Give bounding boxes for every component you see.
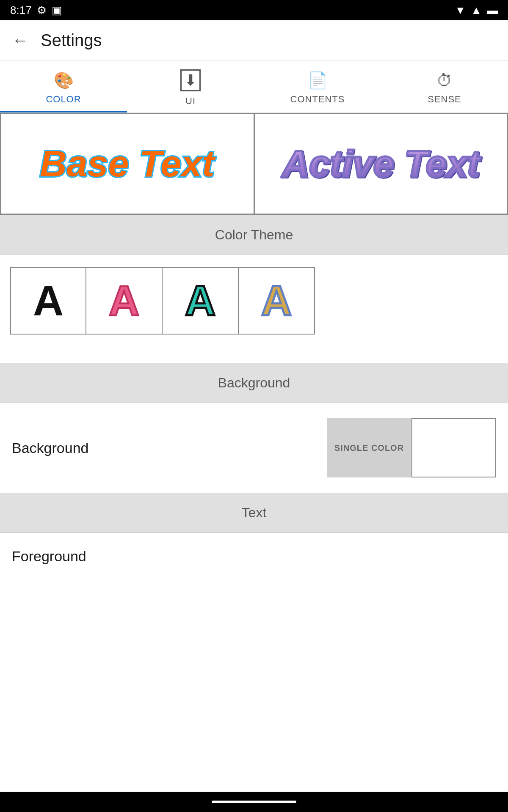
theme-option-pink[interactable]: A xyxy=(86,267,163,335)
contents-tab-icon: 📄 xyxy=(308,71,328,90)
app-bar: ← Settings xyxy=(0,20,508,61)
single-color-option[interactable]: SINGLE COLOR xyxy=(327,418,411,477)
ui-tab-label: UI xyxy=(185,96,196,107)
theme-option-teal[interactable]: A xyxy=(163,267,239,335)
preview-row: Base Text Active Text xyxy=(0,113,508,215)
color-theme-options: A A A A xyxy=(0,255,508,346)
tab-contents[interactable]: 📄 CONTENTS xyxy=(254,61,381,112)
background-row-label: Background xyxy=(12,440,88,456)
tab-ui[interactable]: ⬇ UI xyxy=(127,61,254,112)
foreground-row: Foreground xyxy=(0,533,508,580)
theme-option-plain[interactable]: A xyxy=(10,267,86,335)
color-tab-label: COLOR xyxy=(46,94,81,105)
sense-tab-icon: ⏱ xyxy=(436,71,453,90)
theme-plain-letter: A xyxy=(33,277,64,325)
foreground-label: Foreground xyxy=(12,548,86,565)
background-section-header: Background xyxy=(0,363,508,403)
color-tab-icon: 🎨 xyxy=(54,71,74,90)
tabs-container: 🎨 COLOR ⬇ UI 📄 CONTENTS ⏱ SENSE xyxy=(0,61,508,113)
base-text-preview[interactable]: Base Text xyxy=(0,113,254,214)
active-text-label: Active Text xyxy=(282,142,480,185)
page-title: Settings xyxy=(41,31,102,50)
white-color-option[interactable] xyxy=(411,418,496,477)
color-theme-section-header: Color Theme xyxy=(0,215,508,255)
tab-sense[interactable]: ⏱ SENSE xyxy=(381,61,508,112)
text-section-header: Text xyxy=(0,493,508,532)
theme-option-gold[interactable]: A xyxy=(239,267,315,335)
home-indicator xyxy=(212,801,296,803)
active-text-preview[interactable]: Active Text xyxy=(254,113,508,214)
back-button[interactable]: ← xyxy=(12,31,29,50)
base-text-label: Base Text xyxy=(40,142,215,185)
theme-gold-letter: A xyxy=(261,277,292,325)
background-setting-row: Background SINGLE COLOR xyxy=(0,403,508,493)
bottom-bar xyxy=(0,792,508,812)
contents-tab-label: CONTENTS xyxy=(290,94,345,105)
status-time: 8:17 xyxy=(10,4,32,17)
wifi-icon: ▼ xyxy=(455,4,466,17)
status-bar: 8:17 ⚙ ▣ ▼ ▲ ▬ xyxy=(0,0,508,20)
settings-icon: ⚙ xyxy=(37,4,47,17)
theme-teal-letter: A xyxy=(185,277,215,325)
theme-pink-letter: A xyxy=(109,277,139,325)
battery-icon: ▬ xyxy=(487,4,498,17)
sense-tab-label: SENSE xyxy=(428,94,461,105)
tab-color[interactable]: 🎨 COLOR xyxy=(0,61,127,112)
signal-icon: ▲ xyxy=(471,4,482,17)
ui-tab-icon: ⬇ xyxy=(180,69,201,91)
sim-icon: ▣ xyxy=(52,4,62,17)
background-color-options: SINGLE COLOR xyxy=(327,418,496,477)
